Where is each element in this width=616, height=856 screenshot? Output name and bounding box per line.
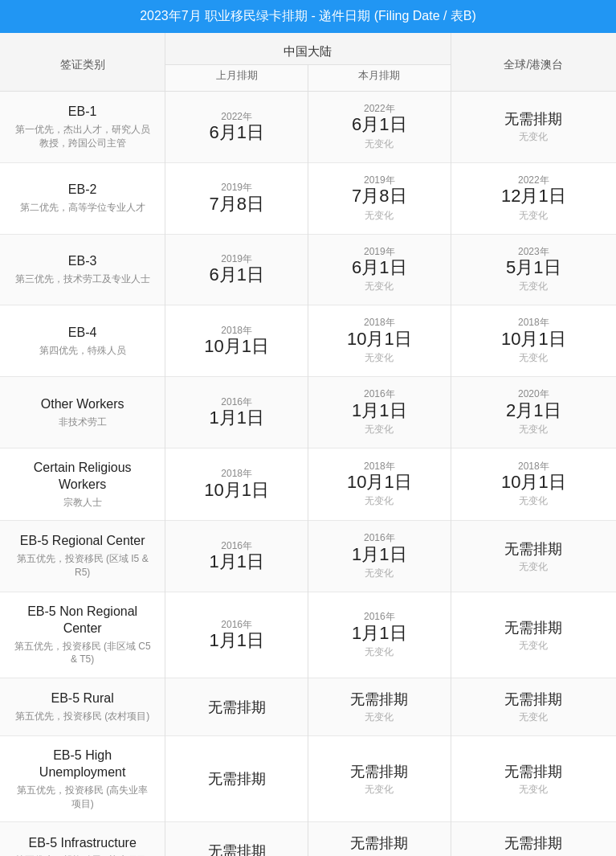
this-month-cell: 2019年7月8日无变化 bbox=[308, 162, 451, 234]
visa-name-cell: EB-5 High Unemployment第五优先，投资移民 (高失业率项目) bbox=[0, 736, 165, 822]
visa-en-name: EB-5 Infrastructure bbox=[13, 835, 152, 852]
visa-zh-name: 第一优先，杰出人才，研究人员 教授，跨国公司主管 bbox=[13, 123, 152, 150]
global-cell: 无需排期无变化 bbox=[451, 736, 616, 822]
table-body: EB-1第一优先，杰出人才，研究人员 教授，跨国公司主管2022年6月1日202… bbox=[0, 92, 616, 857]
this-month-cell: 2016年1月1日无变化 bbox=[308, 377, 451, 448]
last-month-cell: 2019年6月1日 bbox=[165, 234, 308, 305]
visa-zh-name: 第五优先，投资移民 (区域 I5 & R5) bbox=[13, 552, 152, 580]
visa-name-cell: EB-5 Rural第五优先，投资移民 (农村项目) bbox=[0, 678, 165, 736]
visa-name-cell: EB-2第二优先，高等学位专业人才 bbox=[0, 162, 165, 234]
table-row: Certain Religious Workers宗教人士2018年10月1日2… bbox=[0, 448, 616, 520]
visa-zh-name: 第二优先，高等学位专业人才 bbox=[13, 201, 152, 215]
visa-table: 签证类别 中国大陆 全球/港澳台 上月排期 本月排期 EB-1第一优先，杰出人才… bbox=[0, 33, 616, 856]
visa-en-name: EB-3 bbox=[13, 253, 152, 270]
visa-en-name: EB-5 High Unemployment bbox=[13, 747, 152, 781]
visa-en-name: Certain Religious Workers bbox=[13, 460, 152, 494]
table-row: EB-2第二优先，高等学位专业人才2019年7月8日2019年7月8日无变化20… bbox=[0, 162, 616, 234]
global-cell: 2018年10月1日无变化 bbox=[451, 305, 616, 377]
table-row: EB-4第四优先，特殊人员2018年10月1日2018年10月1日无变化2018… bbox=[0, 305, 616, 377]
visa-name-cell: EB-3第三优先，技术劳工及专业人士 bbox=[0, 234, 165, 305]
last-month-header: 上月排期 bbox=[165, 65, 308, 92]
visa-en-name: EB-1 bbox=[13, 104, 152, 121]
table-row: Other Workers非技术劳工2016年1月1日2016年1月1日无变化2… bbox=[0, 377, 616, 448]
global-cell: 无需排期无变化 bbox=[451, 822, 616, 856]
visa-zh-name: 第五优先，投资移民 (非区域 C5 & T5) bbox=[13, 640, 152, 667]
last-month-cell: 2016年1月1日 bbox=[165, 377, 308, 448]
visa-name-cell: EB-5 Regional Center第五优先，投资移民 (区域 I5 & R… bbox=[0, 521, 165, 592]
table-row: EB-5 Rural第五优先，投资移民 (农村项目)无需排期无需排期无变化无需排… bbox=[0, 678, 616, 736]
table-row: EB-5 Infrastructure第五优先，投资移民 (基建项目)无需排期无… bbox=[0, 822, 616, 856]
visa-name-cell: EB-5 Non Regional Center第五优先，投资移民 (非区域 C… bbox=[0, 592, 165, 678]
this-month-cell: 2018年10月1日无变化 bbox=[308, 305, 451, 377]
last-month-cell: 2016年1月1日 bbox=[165, 521, 308, 592]
last-month-cell: 2022年6月1日 bbox=[165, 92, 308, 163]
this-month-header: 本月排期 bbox=[308, 65, 451, 92]
this-month-cell: 2018年10月1日无变化 bbox=[308, 448, 451, 520]
header-title: 2023年7月 职业移民绿卡排期 - 递件日期 (Filing Date / 表… bbox=[140, 9, 476, 23]
table-header-row: 签证类别 中国大陆 全球/港澳台 bbox=[0, 33, 616, 65]
table-row: EB-1第一优先，杰出人才，研究人员 教授，跨国公司主管2022年6月1日202… bbox=[0, 92, 616, 163]
global-cell: 无需排期无变化 bbox=[451, 521, 616, 592]
last-month-cell: 无需排期 bbox=[165, 822, 308, 856]
visa-en-name: EB-4 bbox=[13, 325, 152, 342]
visa-en-name: EB-2 bbox=[13, 182, 152, 199]
last-month-cell: 无需排期 bbox=[165, 678, 308, 736]
page-header: 2023年7月 职业移民绿卡排期 - 递件日期 (Filing Date / 表… bbox=[0, 0, 616, 33]
visa-en-name: EB-5 Regional Center bbox=[13, 533, 152, 550]
visa-name-cell: Other Workers非技术劳工 bbox=[0, 377, 165, 448]
visa-zh-name: 宗教人士 bbox=[13, 496, 152, 510]
table-row: EB-5 High Unemployment第五优先，投资移民 (高失业率项目)… bbox=[0, 736, 616, 822]
this-month-cell: 2016年1月1日无变化 bbox=[308, 592, 451, 678]
this-month-cell: 无需排期无变化 bbox=[308, 822, 451, 856]
visa-en-name: EB-5 Non Regional Center bbox=[13, 604, 152, 637]
table-row: EB-5 Regional Center第五优先，投资移民 (区域 I5 & R… bbox=[0, 521, 616, 592]
this-month-cell: 2016年1月1日无变化 bbox=[308, 521, 451, 592]
this-month-cell: 无需排期无变化 bbox=[308, 678, 451, 736]
last-month-cell: 2018年10月1日 bbox=[165, 448, 308, 520]
this-month-cell: 2022年6月1日无变化 bbox=[308, 92, 451, 163]
this-month-cell: 2019年6月1日无变化 bbox=[308, 234, 451, 305]
global-cell: 2018年10月1日无变化 bbox=[451, 448, 616, 520]
global-cell: 2020年2月1日无变化 bbox=[451, 377, 616, 448]
table-row: EB-5 Non Regional Center第五优先，投资移民 (非区域 C… bbox=[0, 592, 616, 678]
visa-name-cell: EB-5 Infrastructure第五优先，投资移民 (基建项目) bbox=[0, 822, 165, 856]
visa-name-cell: Certain Religious Workers宗教人士 bbox=[0, 448, 165, 520]
china-group-header: 中国大陆 bbox=[165, 33, 451, 65]
last-month-cell: 2018年10月1日 bbox=[165, 305, 308, 377]
visa-col-header: 签证类别 bbox=[0, 33, 165, 92]
last-month-cell: 2016年1月1日 bbox=[165, 592, 308, 678]
visa-name-cell: EB-1第一优先，杰出人才，研究人员 教授，跨国公司主管 bbox=[0, 92, 165, 163]
global-col-header: 全球/港澳台 bbox=[451, 33, 616, 92]
visa-en-name: Other Workers bbox=[13, 396, 152, 413]
main-table-container: 签证类别 中国大陆 全球/港澳台 上月排期 本月排期 EB-1第一优先，杰出人才… bbox=[0, 33, 616, 856]
global-cell: 无需排期无变化 bbox=[451, 92, 616, 163]
table-row: EB-3第三优先，技术劳工及专业人士2019年6月1日2019年6月1日无变化2… bbox=[0, 234, 616, 305]
global-cell: 2023年5月1日无变化 bbox=[451, 234, 616, 305]
last-month-cell: 无需排期 bbox=[165, 736, 308, 822]
global-cell: 无需排期无变化 bbox=[451, 592, 616, 678]
visa-en-name: EB-5 Rural bbox=[13, 690, 152, 707]
global-cell: 2022年12月1日无变化 bbox=[451, 162, 616, 234]
visa-zh-name: 第五优先，投资移民 (高失业率项目) bbox=[13, 784, 152, 811]
visa-name-cell: EB-4第四优先，特殊人员 bbox=[0, 305, 165, 377]
visa-zh-name: 非技术劳工 bbox=[13, 416, 152, 429]
visa-zh-name: 第五优先，投资移民 (农村项目) bbox=[13, 710, 152, 723]
visa-zh-name: 第三优先，技术劳工及专业人士 bbox=[13, 272, 152, 286]
visa-zh-name: 第四优先，特殊人员 bbox=[13, 344, 152, 358]
global-cell: 无需排期无变化 bbox=[451, 678, 616, 736]
last-month-cell: 2019年7月8日 bbox=[165, 162, 308, 234]
this-month-cell: 无需排期无变化 bbox=[308, 736, 451, 822]
